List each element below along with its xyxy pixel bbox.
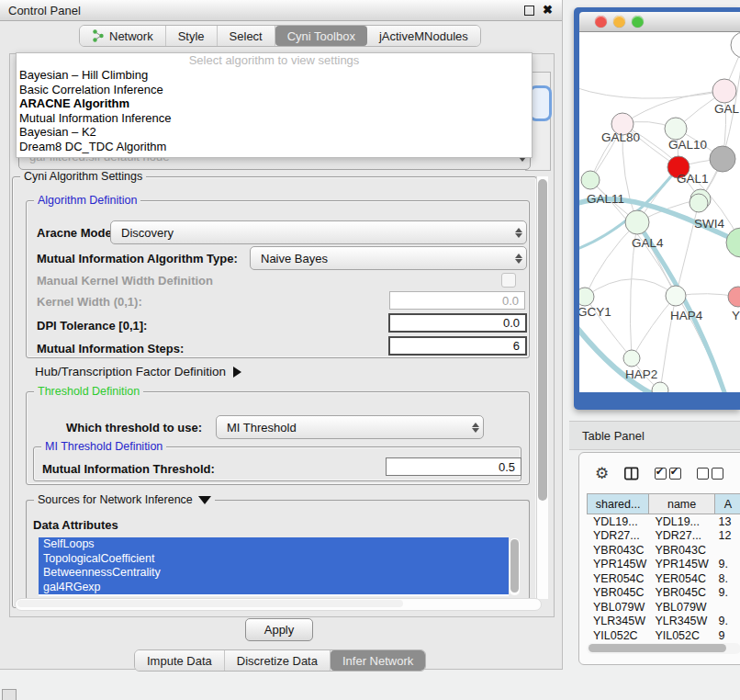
table-row[interactable]: YDR27...YDR27...12 xyxy=(587,529,740,544)
gear-icon[interactable]: ⚙ xyxy=(595,466,609,481)
mi-threshold-field[interactable]: 0.5 xyxy=(386,457,521,476)
network-node-gal11[interactable] xyxy=(581,171,600,189)
table-cell: YBR045C xyxy=(648,586,714,599)
scrollbar-thumb[interactable] xyxy=(17,600,403,607)
float-icon[interactable] xyxy=(524,6,534,16)
network-node-y[interactable] xyxy=(728,287,740,307)
network-node[interactable] xyxy=(710,146,735,172)
mi-type-label: Mutual Information Algorithm Type: xyxy=(37,252,238,265)
attribute-item[interactable]: SelfLoops xyxy=(39,537,509,552)
algorithm-option[interactable]: ARACNE Algorithm xyxy=(17,96,532,111)
network-node-hap2[interactable] xyxy=(623,350,640,367)
table-cell: YPR145W xyxy=(587,558,648,570)
table-row[interactable]: YBR043CYBR043C xyxy=(587,543,740,558)
tab-select[interactable]: Select xyxy=(218,26,275,46)
tab-label: Infer Network xyxy=(342,654,413,668)
tab-label: Style xyxy=(178,29,205,43)
expand-arrow-icon xyxy=(233,367,241,378)
column-header-name[interactable]: name xyxy=(649,493,715,514)
column-header-shared[interactable]: shared... xyxy=(587,493,649,514)
table-row[interactable]: YER054CYER054C8. xyxy=(587,571,740,586)
tab-cyni-toolbox[interactable]: Cyni Toolbox xyxy=(275,26,367,46)
maximize-traffic-icon[interactable] xyxy=(632,16,644,28)
network-icon xyxy=(92,29,105,42)
algorithm-option[interactable]: Bayesian – Hill Climbing xyxy=(17,68,532,83)
algorithm-option[interactable]: Dream8 DC_TDC Algorithm xyxy=(17,140,532,154)
table-cell: YER054C xyxy=(648,572,714,585)
unchecked-pair-icon[interactable] xyxy=(697,468,723,480)
network-node[interactable] xyxy=(652,382,668,392)
table-row[interactable]: YBL079WYBL079W xyxy=(587,600,740,615)
node-label: GAL11 xyxy=(587,192,624,206)
mi-type-combobox[interactable]: Naive Bayes xyxy=(250,246,527,270)
table-row[interactable]: YIL052CYIL052C9 xyxy=(587,628,740,643)
manual-kernel-checkbox[interactable] xyxy=(501,273,516,288)
table-cell: YER054C xyxy=(587,572,648,585)
tab-infer-network[interactable]: Infer Network xyxy=(331,650,425,671)
tab-label: Impute Data xyxy=(147,654,212,668)
node-label: GAL xyxy=(714,102,740,116)
close-traffic-icon[interactable] xyxy=(595,16,607,28)
aracne-mode-combobox[interactable]: Discovery xyxy=(110,220,527,244)
node-label: HAP2 xyxy=(625,367,657,381)
node-label: GAL4 xyxy=(632,236,664,250)
tab-impute-data[interactable]: Impute Data xyxy=(135,650,225,671)
mi-steps-field[interactable]: 6 xyxy=(388,336,527,356)
table-cell: 9. xyxy=(714,615,740,627)
table-horizontal-scrollbar[interactable] xyxy=(587,643,740,654)
sources-group-title[interactable]: Sources for Network Inference xyxy=(34,493,215,506)
group-title: Cyni Algorithm Settings xyxy=(20,170,146,183)
tab-label: Cyni Toolbox xyxy=(287,29,355,43)
tab-jactivemnodules[interactable]: jActiveMNodules xyxy=(367,26,480,46)
which-threshold-value: MI Threshold xyxy=(217,421,467,435)
network-node[interactable] xyxy=(726,228,740,257)
node-table[interactable]: shared... name A YDL19...YDL19...13YDR27… xyxy=(587,493,740,643)
data-attributes-label: Data Attributes xyxy=(33,518,118,532)
kernel-width-field[interactable]: 0.0 xyxy=(389,291,525,310)
tab-network[interactable]: Network xyxy=(80,26,166,46)
table-row[interactable]: YPR145WYPR145W9. xyxy=(587,558,740,572)
settings-horizontal-scrollbar[interactable] xyxy=(15,598,542,611)
window-title: Control Panel xyxy=(0,4,81,17)
attribute-item[interactable]: gal4RGexp xyxy=(39,581,509,595)
which-threshold-combobox[interactable]: MI Threshold xyxy=(216,415,484,439)
split-view-icon[interactable] xyxy=(624,466,638,481)
algorithm-option[interactable]: Bayesian – K2 xyxy=(17,125,532,140)
column-header-partial[interactable]: A xyxy=(715,493,740,514)
table-row[interactable]: YBR045CYBR045C9. xyxy=(587,586,740,601)
attribute-item[interactable]: BetweennessCentrality xyxy=(39,566,509,581)
scrollbar-thumb[interactable] xyxy=(589,644,726,652)
network-node-hap4[interactable] xyxy=(666,286,686,306)
network-node-gcy1[interactable] xyxy=(579,288,594,306)
data-attributes-list[interactable]: SelfLoopsTopologicalCoefficientBetweenne… xyxy=(39,537,509,596)
network-node-gal[interactable] xyxy=(712,79,736,103)
attribute-item[interactable]: TopologicalCoefficient xyxy=(39,552,509,567)
dpi-tolerance-field[interactable]: 0.0 xyxy=(388,313,527,333)
hub-definition-expander[interactable]: Hub/Transcription Factor Definition xyxy=(35,365,241,378)
dpi-tolerance-label: DPI Tolerance [0,1]: xyxy=(37,319,147,333)
algorithm-option[interactable]: Mutual Information Inference xyxy=(17,111,532,126)
network-node-gal10[interactable] xyxy=(665,118,687,140)
checked-pair-icon[interactable] xyxy=(655,468,681,480)
network-canvas[interactable]: GALGAL80GAL10GAL1GAL11GAL4SWI4HAP4YGCY1H… xyxy=(579,32,740,392)
table-cell: YDL19... xyxy=(587,515,648,528)
table-row[interactable]: YDL19...YDL19...13 xyxy=(587,514,740,529)
tab-style[interactable]: Style xyxy=(166,26,218,46)
apply-button[interactable]: Apply xyxy=(245,618,313,641)
algorithm-option[interactable]: Basic Correlation Inference xyxy=(17,83,532,97)
network-node-swi4[interactable] xyxy=(690,194,708,212)
close-icon[interactable]: ✖ xyxy=(543,6,553,15)
table-header-row: shared... name A xyxy=(587,493,740,514)
tab-discretize-data[interactable]: Discretize Data xyxy=(225,650,331,671)
minimize-traffic-icon[interactable] xyxy=(613,16,625,28)
settings-vertical-scrollbar[interactable] xyxy=(536,176,548,599)
table-row[interactable]: YLR345WYLR345W9. xyxy=(587,615,740,629)
scrollbar-thumb[interactable] xyxy=(510,539,519,593)
resize-grip[interactable] xyxy=(2,689,17,700)
network-node-gal4[interactable] xyxy=(625,210,649,234)
scrollbar-thumb[interactable] xyxy=(538,179,547,501)
table-cell: 9 xyxy=(714,629,740,642)
network-node[interactable] xyxy=(731,32,740,58)
attributes-list-scrollbar[interactable] xyxy=(510,538,520,595)
network-window-titlebar[interactable] xyxy=(579,12,740,32)
